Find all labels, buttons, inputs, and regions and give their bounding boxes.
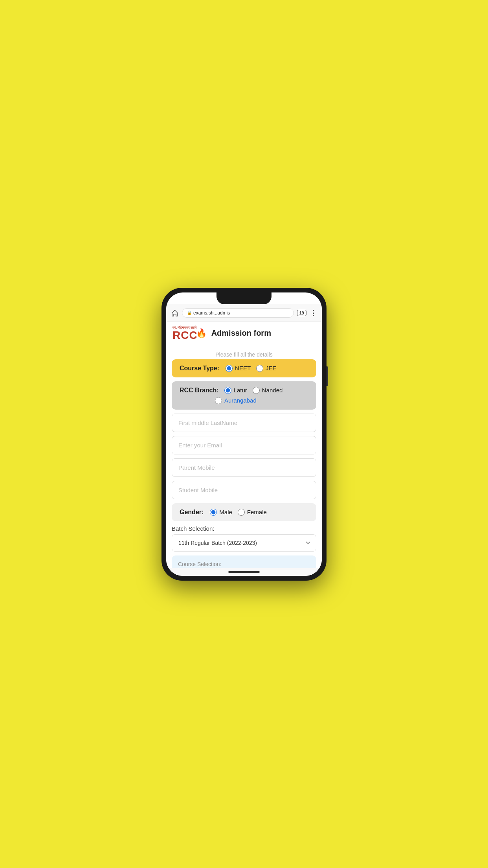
gender-male-option[interactable]: Male	[210, 509, 232, 516]
side-button	[327, 366, 328, 386]
course-type-label: Course Type:	[180, 365, 219, 372]
course-neet-label: NEET	[235, 365, 251, 371]
course-neet-option[interactable]: NEET	[226, 365, 251, 372]
course-type-section: Course Type: NEET JEE	[172, 359, 316, 377]
browser-bar: 🔒 exams.sh...admis 19 ⋮	[166, 304, 322, 322]
parent-mobile-input[interactable]	[172, 458, 316, 477]
gender-label: Gender:	[180, 509, 204, 516]
page-header: प्रा. मोटेगावकर सरांचे RCC 🔥 Admission f…	[166, 322, 322, 345]
student-mobile-input[interactable]	[172, 481, 316, 499]
home-icon[interactable]	[171, 309, 179, 317]
branch-latur-label: Latur	[234, 387, 247, 394]
tab-count[interactable]: 19	[297, 310, 306, 316]
branch-latur-radio[interactable]	[224, 387, 231, 394]
branch-nanded-label: Nanded	[262, 387, 283, 394]
url-text: exams.sh...admis	[193, 310, 230, 316]
course-selection-label: Course Selection:	[178, 561, 310, 567]
page-title: Admission form	[211, 329, 271, 338]
branch-aurangabad-label: Aurangabad	[224, 397, 257, 404]
name-input[interactable]	[172, 414, 316, 432]
page-content: प्रा. मोटेगावकर सरांचे RCC 🔥 Admission f…	[166, 322, 322, 568]
lock-icon: 🔒	[187, 311, 192, 315]
gender-options: Male Female	[210, 509, 267, 516]
gender-male-radio[interactable]	[210, 509, 217, 516]
branch-label: RCC Branch:	[180, 387, 219, 394]
email-input[interactable]	[172, 436, 316, 454]
branch-nanded-radio[interactable]	[253, 387, 260, 394]
course-jee-radio[interactable]	[256, 365, 263, 372]
course-neet-radio[interactable]	[226, 365, 233, 372]
bottom-bar	[166, 568, 322, 576]
branch-aurangabad-option[interactable]: Aurangabad	[215, 397, 257, 404]
logo-rcc: RCC	[172, 330, 198, 341]
batch-selection-label: Batch Selection:	[172, 525, 316, 532]
bottom-indicator	[228, 571, 260, 573]
gender-female-label: Female	[247, 509, 267, 515]
gender-female-option[interactable]: Female	[238, 509, 267, 516]
url-bar[interactable]: 🔒 exams.sh...admis	[182, 308, 294, 318]
gender-female-radio[interactable]	[238, 509, 245, 516]
course-jee-option[interactable]: JEE	[256, 365, 277, 372]
phone-notch	[216, 292, 272, 304]
menu-dots[interactable]: ⋮	[310, 309, 317, 317]
phone-frame: 🔒 exams.sh...admis 19 ⋮ प्रा. मोटेगावकर …	[161, 288, 327, 581]
gender-section: Gender: Male Female	[172, 503, 316, 521]
logo: प्रा. मोटेगावकर सरांचे RCC 🔥	[172, 326, 207, 341]
batch-select[interactable]: 11th Regular Batch (2022-2023) 12th Regu…	[172, 534, 316, 552]
course-selection-section: Course Selection: PCB PCM PCMB	[172, 555, 316, 568]
branch-aurangabad-radio[interactable]	[215, 397, 222, 404]
form-body: Please fill all the details Course Type:…	[166, 345, 322, 568]
flame-icon: 🔥	[196, 328, 207, 338]
branch-latur-option[interactable]: Latur	[224, 387, 247, 394]
course-type-options: NEET JEE	[226, 365, 277, 372]
gender-male-label: Male	[219, 509, 232, 515]
form-subtitle: Please fill all the details	[172, 348, 316, 359]
branch-nanded-option[interactable]: Nanded	[253, 387, 283, 394]
branch-section: RCC Branch: Latur Nanded A	[172, 381, 316, 410]
course-jee-label: JEE	[266, 365, 277, 371]
